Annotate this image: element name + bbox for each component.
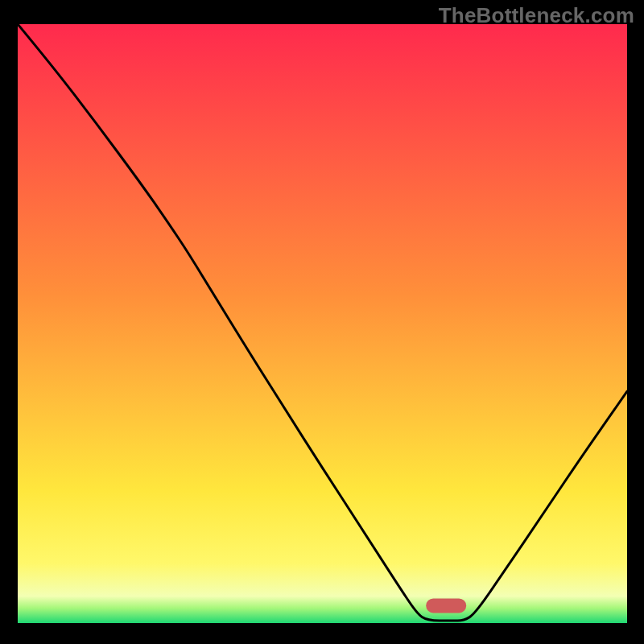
gradient-background	[18, 24, 627, 623]
chart-frame: TheBottleneck.com	[0, 0, 644, 644]
optimum-marker	[426, 599, 466, 613]
bottleneck-plot	[18, 24, 627, 623]
